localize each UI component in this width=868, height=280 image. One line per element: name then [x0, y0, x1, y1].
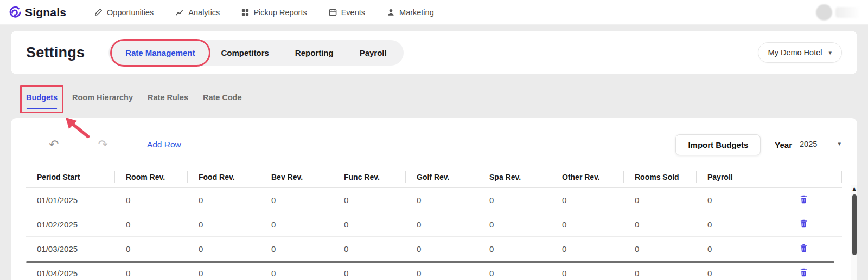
settings-header: Settings Rate ManagementCompetitorsRepor…: [11, 31, 857, 74]
cell-actions: [769, 268, 842, 278]
cell-value[interactable]: 0: [260, 244, 333, 253]
nav-item-opportunities[interactable]: Opportunities: [94, 8, 154, 17]
nav-item-marketing[interactable]: Marketing: [387, 8, 434, 17]
cell-value[interactable]: 0: [478, 269, 551, 278]
cell-value[interactable]: 0: [115, 269, 188, 278]
year-select[interactable]: 2025 ▾: [799, 138, 842, 152]
tab-label: Reporting: [295, 48, 334, 57]
tab-label: Competitors: [221, 48, 269, 57]
delete-row-button[interactable]: [800, 219, 808, 230]
horizontal-scrollbar[interactable]: [26, 261, 834, 263]
cell-actions: [769, 194, 842, 205]
cell-value[interactable]: 0: [478, 220, 551, 229]
cell-value[interactable]: 0: [260, 196, 333, 205]
delete-row-button[interactable]: [800, 194, 808, 205]
nav-item-pickup-reports[interactable]: Pickup Reports: [241, 8, 307, 17]
budgets-card: ↶ ↷ Add Row Import Budgets Year 2025 ▾ P…: [11, 118, 857, 280]
tab-reporting[interactable]: Reporting: [284, 43, 345, 62]
undo-button[interactable]: ↶: [49, 139, 59, 151]
col-header-rooms-sold: Rooms Sold: [624, 166, 697, 187]
cell-value[interactable]: 0: [333, 269, 406, 278]
nav-item-label: Marketing: [399, 8, 434, 17]
cell-value[interactable]: 0: [697, 196, 769, 205]
subtab-label: Rate Code: [203, 93, 242, 102]
cell-value[interactable]: 0: [115, 196, 188, 205]
brand-name: Signals: [25, 6, 66, 19]
tab-competitors[interactable]: Competitors: [210, 43, 280, 62]
person-icon: [387, 8, 395, 16]
cell-value[interactable]: 0: [624, 244, 697, 253]
vertical-scrollbar[interactable]: ▲: [851, 185, 857, 280]
cell-value[interactable]: 0: [406, 244, 478, 253]
tab-label: Payroll: [360, 48, 387, 57]
cell-value[interactable]: 0: [478, 196, 551, 205]
table-header-row: Period StartRoom Rev.Food Rev.Bev Rev.Fu…: [26, 166, 842, 188]
subtab-rate-code[interactable]: Rate Code: [203, 93, 242, 109]
tab-label: Rate Management: [125, 48, 195, 57]
calendar-icon: [329, 8, 337, 16]
tab-payroll[interactable]: Payroll: [348, 43, 398, 62]
nav-item-events[interactable]: Events: [329, 8, 365, 17]
col-header-period-start: Period Start: [26, 166, 115, 187]
delete-row-button[interactable]: [800, 268, 808, 278]
cell-value[interactable]: 0: [551, 196, 624, 205]
cell-period-start[interactable]: 01/03/2025: [26, 244, 115, 253]
table-row: 01/04/2025000000000: [26, 261, 842, 280]
trash-icon: [800, 268, 808, 278]
scrollbar-thumb[interactable]: [852, 194, 857, 255]
cell-value[interactable]: 0: [624, 196, 697, 205]
scroll-up-icon: ▲: [852, 186, 856, 191]
cell-value[interactable]: 0: [551, 269, 624, 278]
add-row-link[interactable]: Add Row: [147, 140, 181, 149]
cell-value[interactable]: 0: [188, 220, 260, 229]
cell-value[interactable]: 0: [624, 220, 697, 229]
delete-row-button[interactable]: [800, 243, 808, 254]
subtab-label: Budgets: [26, 93, 58, 102]
cell-value[interactable]: 0: [406, 220, 478, 229]
nav-item-label: Opportunities: [107, 8, 154, 17]
subtab-room-hierarchy[interactable]: Room Hierarchy: [72, 93, 133, 109]
avatar[interactable]: [816, 4, 832, 21]
cell-value[interactable]: 0: [260, 269, 333, 278]
subtab-rate-rules[interactable]: Rate Rules: [148, 93, 188, 109]
cell-period-start[interactable]: 01/02/2025: [26, 220, 115, 229]
trash-icon: [800, 194, 808, 205]
cell-value[interactable]: 0: [188, 196, 260, 205]
redo-button[interactable]: ↷: [98, 139, 107, 151]
cell-period-start[interactable]: 01/04/2025: [26, 269, 115, 278]
undo-icon: ↶: [49, 138, 59, 151]
cell-value[interactable]: 0: [188, 269, 260, 278]
cell-value[interactable]: 0: [406, 269, 478, 278]
cell-value[interactable]: 0: [260, 220, 333, 229]
cell-value[interactable]: 0: [697, 244, 769, 253]
cell-period-start[interactable]: 01/01/2025: [26, 196, 115, 205]
signals-logo-icon: [8, 5, 22, 19]
cell-value[interactable]: 0: [333, 196, 406, 205]
import-budgets-button[interactable]: Import Budgets: [675, 134, 761, 155]
cell-value[interactable]: 0: [115, 220, 188, 229]
subtab-label: Rate Rules: [148, 93, 188, 102]
cell-value[interactable]: 0: [333, 244, 406, 253]
cell-value[interactable]: 0: [478, 244, 551, 253]
cell-actions: [769, 219, 842, 230]
nav-item-analytics[interactable]: Analytics: [175, 8, 220, 17]
cell-value[interactable]: 0: [624, 269, 697, 278]
col-header-payroll: Payroll: [697, 166, 769, 187]
hotel-selector[interactable]: My Demo Hotel ▾: [758, 42, 842, 63]
cell-value[interactable]: 0: [551, 220, 624, 229]
nav-item-label: Events: [341, 8, 365, 17]
cell-value[interactable]: 0: [333, 220, 406, 229]
subtab-budgets[interactable]: Budgets: [26, 93, 58, 109]
cell-value[interactable]: 0: [406, 196, 478, 205]
tab-rate-management[interactable]: Rate Management: [114, 43, 206, 62]
year-label: Year: [775, 140, 792, 149]
cell-value[interactable]: 0: [697, 269, 769, 278]
cell-value[interactable]: 0: [551, 244, 624, 253]
cell-value[interactable]: 0: [115, 244, 188, 253]
cell-value[interactable]: 0: [697, 220, 769, 229]
table-row: 01/01/2025000000000: [26, 188, 842, 212]
year-group: Year 2025 ▾: [775, 138, 842, 152]
cell-value[interactable]: 0: [188, 244, 260, 253]
top-nav: Signals OpportunitiesAnalyticsPickup Rep…: [0, 0, 868, 25]
brand-logo[interactable]: Signals: [8, 5, 66, 19]
